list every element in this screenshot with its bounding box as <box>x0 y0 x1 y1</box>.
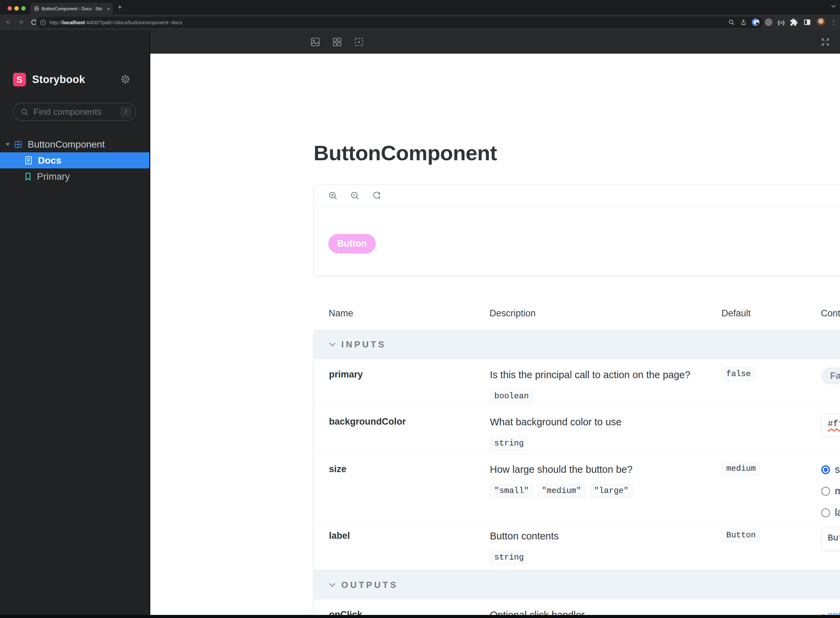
sidebar-item-label: ButtonComponent <box>28 139 105 150</box>
arg-name: primary <box>329 359 490 406</box>
search-shortcut-key: / <box>120 107 131 117</box>
tab-title: ButtonComponent - Docs · Sto <box>42 6 105 11</box>
window-zoom-button[interactable] <box>21 6 26 10</box>
grid-tool-icon[interactable] <box>332 37 342 47</box>
arg-description: How large should the button be? <box>490 464 722 475</box>
window-minimize-button[interactable] <box>14 6 19 10</box>
docs-canvas: ButtonComponent Button Show code Name De… <box>150 53 840 615</box>
radio-icon[interactable] <box>821 508 830 517</box>
zoom-page-icon[interactable] <box>728 19 735 25</box>
section-inputs[interactable]: INPUTS <box>314 330 840 359</box>
fullscreen-icon[interactable] <box>820 37 830 47</box>
boolean-toggle[interactable]: False True <box>821 367 840 384</box>
brand-name: Storybook <box>32 73 85 86</box>
window-close-button[interactable] <box>7 6 12 10</box>
target-extension-icon[interactable] <box>764 18 773 26</box>
sidebar-item-label: Primary <box>37 171 70 182</box>
arg-row-backgroundcolor: backgroundColor What background color to… <box>314 406 840 454</box>
component-grid-icon <box>14 140 22 149</box>
bookmark-icon <box>25 172 31 181</box>
timer-extension-icon[interactable] <box>752 18 759 26</box>
site-info-icon[interactable] <box>40 19 46 25</box>
search-input[interactable]: Find components / <box>13 103 136 121</box>
braces-extension-icon[interactable]: {≡} <box>778 19 785 25</box>
arg-description: Button contents <box>490 530 722 542</box>
type-chip: boolean <box>490 389 533 404</box>
option-chip: "large" <box>589 484 633 498</box>
header-name: Name <box>329 308 490 319</box>
tab-close-icon[interactable]: × <box>107 6 110 12</box>
arg-description: Is this the principal call to action on … <box>490 369 722 380</box>
document-icon <box>25 156 33 165</box>
share-icon[interactable] <box>740 19 747 25</box>
header-default: Default <box>721 308 821 319</box>
gear-icon[interactable] <box>120 74 131 85</box>
sidebar-item-label: Docs <box>38 155 61 166</box>
zoom-in-icon[interactable] <box>328 191 338 201</box>
chevron-down-icon <box>329 342 336 347</box>
default-chip: Button <box>722 529 760 542</box>
profile-avatar[interactable] <box>816 18 825 27</box>
extensions-puzzle-icon[interactable] <box>790 18 798 26</box>
tab-strip: ButtonComponent - Docs · Sto × + <box>0 0 840 14</box>
default-chip: medium <box>722 462 760 476</box>
storybook-logo: S <box>13 73 26 86</box>
section-outputs[interactable]: OUTPUTS <box>314 570 840 599</box>
arg-name: label <box>329 520 490 570</box>
option-chip: "small" <box>490 484 533 498</box>
caret-down-icon[interactable] <box>6 143 10 146</box>
radio-option-small[interactable]: small <box>821 464 840 475</box>
radio-option-large[interactable]: large <box>821 507 840 518</box>
image-tool-icon[interactable] <box>310 37 321 47</box>
browser-tab[interactable]: ButtonComponent - Docs · Sto × <box>30 3 113 14</box>
arg-name: size <box>329 454 490 529</box>
zoom-reset-icon[interactable] <box>372 191 381 201</box>
sidebar-item-buttoncomponent[interactable]: ButtonComponent <box>0 136 149 152</box>
header-control: Control <box>821 308 840 318</box>
window-bottom-edge <box>0 615 840 618</box>
measure-outline-tool-icon[interactable] <box>354 37 364 47</box>
storybook-sidebar: S Storybook Find components / Butt <box>0 30 150 615</box>
label-input[interactable]: Button <box>821 528 840 551</box>
new-tab-button[interactable]: + <box>118 3 122 11</box>
side-panel-icon[interactable] <box>803 18 811 26</box>
chevron-down-icon <box>329 583 336 587</box>
browser-menu-icon[interactable]: ⋮ <box>830 18 837 26</box>
forward-icon[interactable] <box>18 19 25 25</box>
arg-name: backgroundColor <box>329 406 490 453</box>
back-icon[interactable] <box>5 19 12 25</box>
brand-row[interactable]: S Storybook <box>13 73 85 86</box>
args-table-header: Name Description Default Control <box>313 308 840 319</box>
arg-row-label: label Button contents string Button Butt… <box>314 520 840 570</box>
sidebar-item-primary[interactable]: Primary <box>0 168 149 184</box>
preview-zoom-toolbar <box>314 185 840 206</box>
type-chip: string <box>490 551 528 565</box>
radio-option-medium[interactable]: medium <box>821 486 840 497</box>
url-bar: http://localhost:4400/?path=/docs/button… <box>0 14 840 30</box>
url-text: http://localhost:4400/?path=/docs/button… <box>49 19 724 25</box>
page-title: ButtonComponent <box>313 141 497 165</box>
story-preview-panel: Button Show code <box>313 184 840 276</box>
browser-chrome: ButtonComponent - Docs · Sto × + http:/ <box>0 0 840 30</box>
sidebar-item-docs[interactable]: Docs <box>0 152 149 168</box>
header-description: Description <box>490 308 721 319</box>
zoom-out-icon[interactable] <box>350 191 360 201</box>
search-icon <box>21 108 29 116</box>
radio-icon[interactable] <box>821 487 830 496</box>
args-table: INPUTS primary Is this the principal cal… <box>313 330 840 618</box>
radio-checked-icon[interactable] <box>821 465 830 474</box>
option-chip: "medium" <box>537 484 586 498</box>
window-chevron-down-icon[interactable] <box>831 5 836 8</box>
arg-row-primary: primary Is this the principal call to ac… <box>314 359 840 406</box>
address-field[interactable]: http://localhost:4400/?path=/docs/button… <box>36 17 763 28</box>
arg-row-size: size How large should the button be? "sm… <box>314 454 840 520</box>
canvas-toolbar <box>150 30 840 53</box>
arg-description: What background color to use <box>490 416 722 428</box>
default-chip: false <box>722 367 755 381</box>
story-button[interactable]: Button <box>328 234 376 254</box>
type-chip: string <box>490 437 528 451</box>
backgroundcolor-input[interactable]: #ffaaff <box>821 414 840 437</box>
favicon-globe-icon <box>34 6 39 11</box>
toggle-false[interactable]: False <box>821 367 840 384</box>
search-placeholder: Find components <box>34 107 120 117</box>
